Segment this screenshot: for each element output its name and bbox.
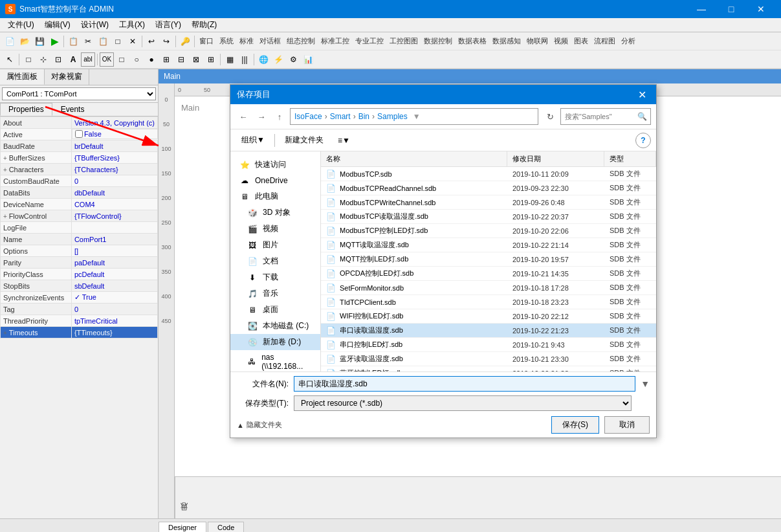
- prop-row[interactable]: Active False: [1, 129, 158, 140]
- menu-language[interactable]: 语言(Y): [150, 18, 186, 32]
- tb-undo[interactable]: ↩: [144, 34, 159, 49]
- prop-row[interactable]: DataBitsdbDefault: [1, 187, 158, 199]
- sidebar-nas[interactable]: 🖧 nas (\\192.168...: [230, 350, 320, 371]
- file-row[interactable]: 📄 ModbusTCP控制LED灯.sdb 2019-10-20 22:06 S…: [321, 224, 656, 238]
- sidebar-quick-access[interactable]: ⭐ 快速访问: [230, 157, 320, 173]
- menu-design[interactable]: 设计(W): [76, 18, 114, 32]
- tb-save[interactable]: 💾: [32, 34, 47, 49]
- file-row[interactable]: 📄 ModbusTCP.sdb 2019-10-11 20:09 SDB 文件: [321, 167, 656, 181]
- tab-object-view[interactable]: 对象视窗: [45, 69, 89, 85]
- header-name[interactable]: 名称: [321, 151, 507, 166]
- sidebar-3d-objects[interactable]: 🎲 3D 对象: [230, 205, 320, 221]
- tb2-b2[interactable]: □: [115, 52, 129, 67]
- prop-row[interactable]: Tag0: [1, 304, 158, 315]
- tab-designer[interactable]: Designer: [159, 522, 206, 532]
- file-row[interactable]: 📄 串口控制LED灯.sdb 2019-10-21 9:43 SDB 文件: [321, 338, 656, 352]
- sidebar-drive-d[interactable]: 💿 新加卷 (D:): [230, 334, 320, 350]
- crumb-isoface[interactable]: IsoFace: [294, 112, 322, 121]
- sidebar-video[interactable]: 🎬 视频: [230, 221, 320, 237]
- menu-help[interactable]: 帮助(Z): [186, 18, 222, 32]
- file-row[interactable]: 📄 ModbusTCP读取温湿度.sdb 2019-10-22 20:37 SD…: [321, 210, 656, 224]
- save-button[interactable]: 保存(S): [551, 416, 599, 434]
- sidebar-documents[interactable]: 📄 文档: [230, 253, 320, 269]
- prop-row[interactable]: SynchronizeEvents✓ True: [1, 292, 158, 304]
- prop-row[interactable]: StopBitssbDefault: [1, 280, 158, 292]
- crumb-samples[interactable]: Samples: [377, 112, 408, 121]
- tb-run[interactable]: ▶: [47, 34, 61, 49]
- file-row[interactable]: 📄 MQTT控制LED灯.sdb 2019-10-20 19:57 SDB 文件: [321, 252, 656, 267]
- tb-key[interactable]: 🔑: [178, 34, 192, 49]
- sidebar-onedrive[interactable]: ☁ OneDrive: [230, 173, 320, 188]
- tb2-cursor[interactable]: ↖: [3, 52, 17, 67]
- prop-row[interactable]: + BufferSizes{TBufferSizes}: [1, 152, 158, 164]
- tab-properties-panel[interactable]: 属性面板: [0, 69, 45, 85]
- cancel-button[interactable]: 取消: [604, 416, 650, 434]
- header-date[interactable]: 修改日期: [507, 151, 604, 166]
- filename-dropdown-icon[interactable]: ▼: [641, 379, 650, 389]
- prop-row[interactable]: + Timeouts{TTimeouts}: [1, 327, 158, 338]
- file-row[interactable]: 📄 蓝牙控制LED灯.sdb 2019-10-20 21:38 SDB 文件: [321, 366, 656, 371]
- nav-up-button[interactable]: ↑: [272, 109, 287, 124]
- prop-row[interactable]: CustomBaudRate0: [1, 175, 158, 187]
- prop-row[interactable]: + Characters{TCharacters}: [1, 164, 158, 175]
- tb2-textfield[interactable]: abl: [81, 52, 95, 67]
- tb2-chart2[interactable]: 📊: [301, 52, 315, 67]
- prop-row[interactable]: AboutVersion 4.3, Copyright (c): [1, 117, 158, 129]
- tb2-power[interactable]: ⚡: [271, 52, 285, 67]
- menu-tools[interactable]: 工具(X): [114, 18, 150, 32]
- sidebar-downloads[interactable]: ⬇ 下载: [230, 269, 320, 285]
- file-row[interactable]: 📄 OPCDA控制LED灯.sdb 2019-10-21 14:35 SDB 文…: [321, 267, 656, 281]
- dropdown-arrow-icon[interactable]: ▼: [413, 112, 421, 121]
- tb-paste[interactable]: 📋: [96, 34, 110, 49]
- tb-new[interactable]: 📄: [3, 34, 17, 49]
- tb2-c1[interactable]: ▦: [223, 52, 237, 67]
- minimize-button[interactable]: —: [687, 0, 716, 18]
- address-bar[interactable]: IsoFace › Smart › Bin › Samples ▼: [290, 108, 538, 125]
- nav-back-button[interactable]: ←: [236, 109, 251, 124]
- crumb-smart[interactable]: Smart: [330, 112, 351, 121]
- organize-button[interactable]: 组织▼: [236, 132, 270, 148]
- header-type[interactable]: 类型: [604, 151, 656, 166]
- sidebar-local-c[interactable]: 💽 本地磁盘 (C:): [230, 318, 320, 334]
- tb2-b4[interactable]: ●: [144, 52, 159, 67]
- tb2-b1[interactable]: OK: [100, 52, 114, 67]
- tb2-b8[interactable]: ⊞: [204, 52, 218, 67]
- help-button[interactable]: ?: [635, 133, 651, 148]
- tb2-b6[interactable]: ⊟: [174, 52, 188, 67]
- file-row[interactable]: 📄 ModbusTCPWriteChannel.sdb 2019-09-26 0…: [321, 195, 656, 210]
- tb2-rect[interactable]: □: [21, 52, 36, 67]
- tb2-b5[interactable]: ⊞: [159, 52, 173, 67]
- file-row[interactable]: 📄 串口读取温湿度.sdb 2019-10-22 21:23 SDB 文件: [321, 324, 656, 338]
- subtab-properties[interactable]: Properties: [0, 103, 52, 116]
- sidebar-desktop[interactable]: 🖥 桌面: [230, 302, 320, 318]
- file-row[interactable]: 📄 ModbusTCPReadChannel.sdb 2019-09-23 22…: [321, 181, 656, 195]
- file-row[interactable]: 📄 蓝牙读取温湿度.sdb 2019-10-21 23:30 SDB 文件: [321, 352, 656, 366]
- tb2-text[interactable]: A: [66, 52, 80, 67]
- view-toggle-button[interactable]: ≡▼: [333, 133, 355, 148]
- prop-row[interactable]: DeviceNameCOM4: [1, 199, 158, 210]
- tb2-b7[interactable]: ⊠: [189, 52, 203, 67]
- dialog-close-button[interactable]: ✕: [634, 87, 650, 102]
- close-button[interactable]: ✕: [746, 0, 776, 18]
- tab-code[interactable]: Code: [208, 522, 244, 532]
- tb-delete[interactable]: □: [111, 34, 125, 49]
- file-row[interactable]: 📄 TIdTCPClient.sdb 2019-10-18 23:23 SDB …: [321, 295, 656, 309]
- tb-redo[interactable]: ↪: [159, 34, 173, 49]
- file-row[interactable]: 📄 SetFormMonitor.sdb 2019-10-18 17:28 SD…: [321, 281, 656, 295]
- tb-open[interactable]: 📂: [17, 34, 32, 49]
- hide-folder-toggle[interactable]: ▲ 隐藏文件夹: [237, 420, 282, 430]
- tb2-globe[interactable]: 🌐: [256, 52, 270, 67]
- sidebar-music[interactable]: 🎵 音乐: [230, 285, 320, 302]
- new-folder-button[interactable]: 新建文件夹: [279, 132, 329, 148]
- tb-close-btn[interactable]: ✕: [126, 34, 140, 49]
- filetype-select[interactable]: Project resource (*.sdb): [294, 395, 632, 411]
- tb2-c2[interactable]: |||: [237, 52, 252, 67]
- prop-row[interactable]: ParitypaDefault: [1, 257, 158, 269]
- prop-row[interactable]: ThreadPrioritytpTimeCritical: [1, 315, 158, 327]
- prop-row[interactable]: Options[]: [1, 245, 158, 257]
- refresh-button[interactable]: ↻: [542, 109, 558, 124]
- sidebar-this-pc[interactable]: 🖥 此电脑: [230, 188, 320, 205]
- nav-forward-button[interactable]: →: [254, 109, 269, 124]
- menu-file[interactable]: 文件(U): [3, 18, 39, 32]
- tb-copy2[interactable]: 📋: [66, 34, 80, 49]
